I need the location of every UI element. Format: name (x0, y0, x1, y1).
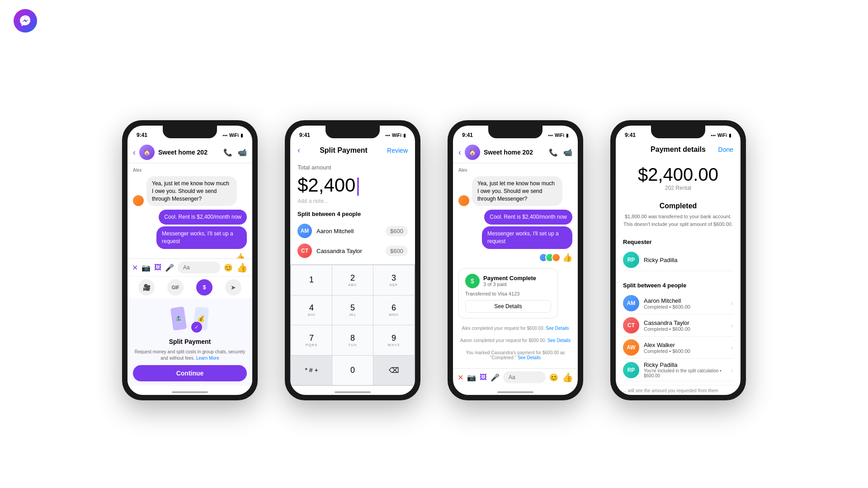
numpad-backspace[interactable]: ⌫ (373, 356, 414, 385)
back-button-2[interactable]: ‹ (297, 145, 300, 155)
chat-input-bar-1[interactable]: ✕ 📷 🖼 🎤 Aa 😊 👍 (127, 258, 252, 276)
phone-4-status-icons: ▪▪▪ WiFi ▮ (711, 133, 731, 138)
chat-input-1[interactable]: Aa (178, 262, 220, 273)
back-button-1[interactable]: ‹ (133, 148, 136, 157)
emoji-icon-1[interactable]: 😊 (224, 263, 233, 272)
total-amount-section: Total amount $2,400| Add a note... (290, 159, 415, 207)
payment-action-icon[interactable]: $ (196, 279, 212, 296)
learn-more-link[interactable]: Learn More (196, 356, 219, 361)
person-row-cassandra-detail[interactable]: CT Cassandra Taylor Completed • $600.00 … (623, 314, 733, 337)
continue-button[interactable]: Continue (133, 365, 247, 381)
numpad-1[interactable]: 1 (291, 265, 332, 295)
numpad-symbols[interactable]: * # + (291, 356, 332, 385)
bottom-note: ... will see the amount you requested fr… (616, 385, 741, 395)
messenger-logo (14, 9, 37, 33)
payment-complete-count: 3 of 3 paid (483, 282, 536, 287)
chat-input-3[interactable]: Aa (503, 371, 546, 383)
cassandra-name: Cassandra Taylor (316, 248, 381, 254)
promo-title: Split Payment (169, 338, 211, 345)
numpad-5[interactable]: 5JKL (332, 296, 373, 325)
chat-header-3: ‹ 🏠 Sweet home 202 📞 📹 (453, 142, 578, 163)
see-details-button[interactable]: See Details (465, 300, 551, 313)
ricky-detail-avatar: RP (623, 362, 639, 378)
numpad-7[interactable]: 7PQRS (291, 325, 332, 355)
numpad-2[interactable]: 2ABC (332, 265, 373, 295)
cassandra-detail-name: Cassandra Taylor (644, 319, 726, 326)
see-details-link-2[interactable]: See Details (547, 338, 571, 343)
numpad-6[interactable]: 6MNO (373, 296, 414, 325)
signal-icon-3: ▪▪▪ (548, 133, 553, 138)
system-msg-1: Alex completed your request for $600.00.… (458, 324, 572, 333)
details-amount-sub: 202 Rental (623, 185, 733, 191)
numpad-3[interactable]: 3DEF (373, 265, 414, 295)
cassandra-detail-status: Completed • $600.00 (644, 326, 726, 332)
chat-header-icons-1: 📞 📹 (223, 148, 247, 157)
numpad-9[interactable]: 9WXYZ (373, 325, 414, 355)
app-header (0, 0, 868, 42)
gif-action-icon[interactable]: GIF (167, 279, 184, 296)
msg-bubble-incoming-1: Yea, just let me know how much I owe you… (146, 176, 237, 206)
phone-4: 9:41 ▪▪▪ WiFi ▮ Done Payment details Don… (610, 120, 746, 400)
video-action-icon[interactable]: 🎥 (138, 279, 155, 296)
person-row-ricky-detail[interactable]: RP Ricky Padilla You're included in the … (623, 359, 733, 381)
done-button[interactable]: Done (718, 146, 733, 153)
msg-bubble-outgoing-1: Cool. Rent is $2,400/month now (159, 210, 247, 225)
mic-icon-3[interactable]: 🎤 (491, 373, 500, 382)
msg-avatar-1 (133, 195, 144, 206)
aaron-name: Aaron Mitchell (316, 228, 381, 235)
split-section: Split between 4 people AM Aaron Mitchell… (616, 278, 741, 385)
chat-messages-1: Alex Yea, just let me know how much I ow… (127, 163, 252, 258)
person-row-aaron-detail[interactable]: AM Aaron Mitchell Completed • $600.00 › (623, 292, 733, 314)
see-details-link-3[interactable]: See Details (518, 355, 541, 360)
video-icon-1[interactable]: 📹 (238, 148, 247, 157)
photo-icon-3[interactable]: 🖼 (480, 373, 487, 381)
payment-complete-header: $ Payment Complete 3 of 3 paid (465, 274, 551, 288)
like-icon-3[interactable]: 👍 (562, 372, 573, 383)
numpad-4[interactable]: 4GHI (291, 296, 332, 325)
split-between-label: Split between 4 people (297, 211, 408, 217)
phone-1-notch (163, 126, 217, 138)
numpad-0[interactable]: 0 (332, 356, 373, 385)
phone-icon-1[interactable]: 📞 (223, 148, 232, 157)
thumbs-up-emoji-3: 👍 (562, 253, 572, 263)
emoji-icon-3[interactable]: 😊 (549, 373, 558, 382)
group-av-3 (552, 253, 561, 262)
chat-messages-3: Alex Yea, just let me know how much I ow… (453, 163, 578, 368)
msg-row-incoming-3: Yea, just let me know how much I owe you… (458, 176, 572, 206)
phone-icon-3[interactable]: 📞 (549, 148, 558, 157)
close-icon-3[interactable]: ✕ (458, 373, 463, 382)
home-bar-2 (290, 386, 415, 395)
mic-icon-1[interactable]: 🎤 (165, 263, 174, 272)
phone-3-screen: 9:41 ▪▪▪ WiFi ▮ ‹ 🏠 Sweet home 202 📞 📹 (453, 126, 578, 395)
chevron-alex: › (731, 344, 733, 351)
alex-detail-info: Alex Walker Completed • $600.00 (644, 342, 726, 354)
video-icon-3[interactable]: 📹 (563, 148, 572, 157)
camera-icon-3[interactable]: 📷 (467, 373, 476, 382)
phone-4-notch (651, 126, 705, 138)
send-action-icon[interactable]: ➤ (225, 279, 241, 296)
msg-sender-alex-3: Alex (458, 168, 572, 173)
chat-input-bar-3[interactable]: ✕ 📷 🖼 🎤 Aa 😊 👍 (453, 368, 578, 386)
see-details-link-1[interactable]: See Details (546, 326, 569, 331)
cassandra-detail-info: Cassandra Taylor Completed • $600.00 (644, 319, 726, 332)
numpad-8[interactable]: 8TUV (332, 325, 373, 355)
requester-row[interactable]: RP Ricky Padilla (623, 249, 733, 271)
add-note-field[interactable]: Add a note... (297, 198, 408, 204)
chevron-ricky: › (731, 366, 733, 374)
close-icon-1[interactable]: ✕ (132, 263, 138, 272)
back-button-3[interactable]: ‹ (458, 148, 461, 157)
photo-icon-1[interactable]: 🖼 (154, 263, 161, 272)
aaron-detail-avatar: AM (623, 295, 639, 311)
aaron-detail-name: Aaron Mitchell (644, 297, 726, 304)
split-payment-title: Split Payment (320, 146, 368, 155)
phone-3: 9:41 ▪▪▪ WiFi ▮ ‹ 🏠 Sweet home 202 📞 📹 (448, 120, 583, 400)
msg-sender-alex-1: Alex (133, 168, 247, 173)
details-status-section: Completed $1,800.00 was transferred to y… (616, 198, 741, 231)
phone-1: 9:41 ▪▪▪ WiFi ▮ ‹ 🏠 Sweet home 202 📞 📹 (122, 120, 258, 400)
like-icon-1[interactable]: 👍 (236, 262, 248, 273)
person-row-alex-detail[interactable]: AW Alex Walker Completed • $600.00 › (623, 337, 733, 359)
review-button[interactable]: Review (387, 147, 408, 154)
promo-desc: Request money and split costs in group c… (133, 349, 247, 361)
split-people-section: Split between 4 people AM Aaron Mitchell… (290, 207, 415, 264)
camera-icon-1[interactable]: 📷 (142, 263, 151, 272)
